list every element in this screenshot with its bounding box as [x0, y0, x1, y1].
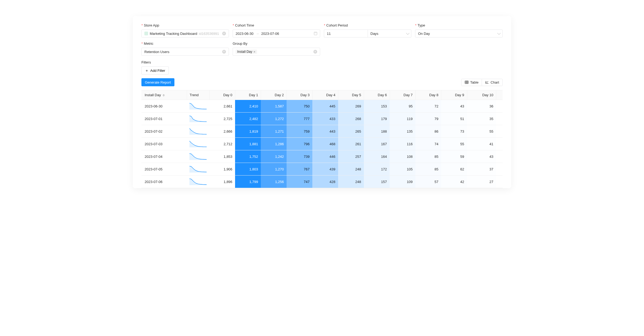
trend-cell [187, 138, 209, 150]
calendar-icon [314, 32, 317, 35]
table-row: 2023-07-03 2,7121,8811,28679646826116711… [141, 138, 503, 150]
value-cell: 269 [338, 100, 364, 113]
generate-report-button[interactable]: Generate Report [141, 78, 174, 86]
add-filter-button[interactable]: ＋ Add Filter [141, 66, 169, 74]
value-cell: 74 [415, 138, 441, 150]
column-header[interactable]: Day 2 [261, 90, 287, 100]
value-cell: 428 [312, 176, 338, 188]
trend-sparkline [189, 178, 207, 185]
value-cell: 108 [390, 150, 415, 163]
value-cell: 85 [415, 150, 441, 163]
clear-icon[interactable]: ✕ [313, 50, 317, 54]
group-by-tag[interactable]: Install Day ✕ [236, 50, 257, 54]
value-cell: 2,725 [209, 113, 235, 125]
value-cell: 1,242 [261, 150, 287, 163]
install-day-cell: 2023-06-30 [141, 100, 187, 113]
type-select[interactable]: On Day [415, 29, 503, 38]
install-day-cell: 2023-07-02 [141, 125, 187, 138]
cohort-time-input[interactable]: 2023-06-30 → 2023-07-06 [233, 29, 320, 38]
install-day-cell: 2023-07-03 [141, 138, 187, 150]
value-cell: 1,853 [209, 150, 235, 163]
clear-icon[interactable]: ✕ [222, 50, 226, 54]
value-cell: 37 [467, 163, 496, 176]
group-by-field: Group By Install Day ✕ ✕ [233, 41, 320, 56]
value-cell: 257 [338, 150, 364, 163]
value-cell: 153 [364, 100, 390, 113]
column-header[interactable]: Day 1 [235, 90, 261, 100]
install-day-cell: 2023-07-05 [141, 163, 187, 176]
value-cell: 445 [312, 100, 338, 113]
value-cell: 1,803 [235, 163, 261, 176]
table-row: 2023-06-30 2,6612,4101,58775044526915395… [141, 100, 503, 113]
report-panel: *Store App Marketing Tracking Dashboard … [133, 16, 511, 188]
value-cell: 767 [287, 163, 312, 176]
trend-sparkline [189, 153, 207, 160]
table-row: 2023-07-01 2,7252,4821,27277743326817911… [141, 113, 503, 125]
value-cell: 1,799 [235, 176, 261, 188]
value-cell: 116 [390, 138, 415, 150]
value-cell: 109 [390, 176, 415, 188]
table-row: 2023-07-06 1,8961,7991,25674742824815710… [141, 176, 503, 188]
trend-sparkline [189, 128, 207, 135]
value-cell: 167 [364, 138, 390, 150]
table-row: 2023-07-04 1,8531,7521,24273944625716410… [141, 150, 503, 163]
value-cell: 95 [390, 100, 415, 113]
value-cell: 750 [287, 100, 312, 113]
clear-icon[interactable]: ✕ [222, 32, 226, 35]
value-cell: 1,271 [261, 125, 287, 138]
trend-cell [187, 176, 209, 188]
chart-icon [485, 80, 489, 84]
trend-sparkline [189, 103, 207, 110]
value-cell: 1,256 [261, 176, 287, 188]
trend-cell [187, 100, 209, 113]
value-cell: 105 [390, 163, 415, 176]
value-cell: 85 [415, 163, 441, 176]
value-cell: 157 [364, 176, 390, 188]
trend-sparkline [189, 140, 207, 147]
store-app-input[interactable]: Marketing Tracking Dashboard id163536991… [141, 29, 229, 38]
trend-cell [187, 150, 209, 163]
tag-remove-icon[interactable]: ✕ [253, 50, 255, 53]
value-cell: 739 [287, 150, 312, 163]
column-header[interactable]: Day 3 [287, 90, 312, 100]
value-cell: 446 [312, 150, 338, 163]
column-header[interactable]: Day 0 [209, 90, 235, 100]
column-header[interactable]: Day 7 [390, 90, 415, 100]
value-cell: 759 [287, 125, 312, 138]
value-cell: 796 [287, 138, 312, 150]
value-cell: 439 [312, 163, 338, 176]
install-day-cell: 2023-07-06 [141, 176, 187, 188]
sort-icon[interactable] [163, 94, 165, 96]
group-by-select[interactable]: Install Day ✕ ✕ [233, 48, 320, 56]
value-cell: 1,587 [261, 100, 287, 113]
value-cell: 43 [441, 100, 467, 113]
column-header[interactable]: Day 4 [312, 90, 338, 100]
value-cell: 164 [364, 150, 390, 163]
filters-section: Filters ＋ Add Filter [141, 59, 503, 74]
value-cell: 1,906 [209, 163, 235, 176]
arrow-right-icon: → [256, 32, 259, 36]
value-cell: 2,482 [235, 113, 261, 125]
metric-select[interactable]: Retention Users ✕ [141, 48, 229, 56]
value-cell: 86 [415, 125, 441, 138]
cohort-period-count-input[interactable]: 11 [324, 29, 368, 38]
view-toggle-chart[interactable]: Chart [482, 79, 502, 86]
column-header[interactable]: Trend [187, 90, 209, 100]
column-header[interactable]: Day 6 [364, 90, 390, 100]
value-cell: 43 [467, 150, 496, 163]
table-row: 2023-07-02 2,6661,8191,27175944326518813… [141, 125, 503, 138]
cohort-time-field: *Cohort Time 2023-06-30 → 2023-07-06 [233, 23, 320, 38]
value-cell: 1,286 [261, 138, 287, 150]
column-header[interactable]: Day 8 [415, 90, 441, 100]
value-cell: 73 [441, 125, 467, 138]
view-toggle-table[interactable]: Table [462, 79, 482, 86]
table-row: 2023-07-05 1,9061,8031,27076743924817210… [141, 163, 503, 176]
cohort-period-unit-select[interactable]: Days [368, 29, 412, 38]
value-cell: 172 [364, 163, 390, 176]
metric-field: *Metric Retention Users ✕ [141, 41, 229, 56]
column-header[interactable]: Day 5 [338, 90, 364, 100]
column-header[interactable]: Day 9 [441, 90, 467, 100]
column-header[interactable]: Day 10 [467, 90, 496, 100]
column-header[interactable]: Install Day [141, 90, 187, 100]
value-cell: 1,752 [235, 150, 261, 163]
